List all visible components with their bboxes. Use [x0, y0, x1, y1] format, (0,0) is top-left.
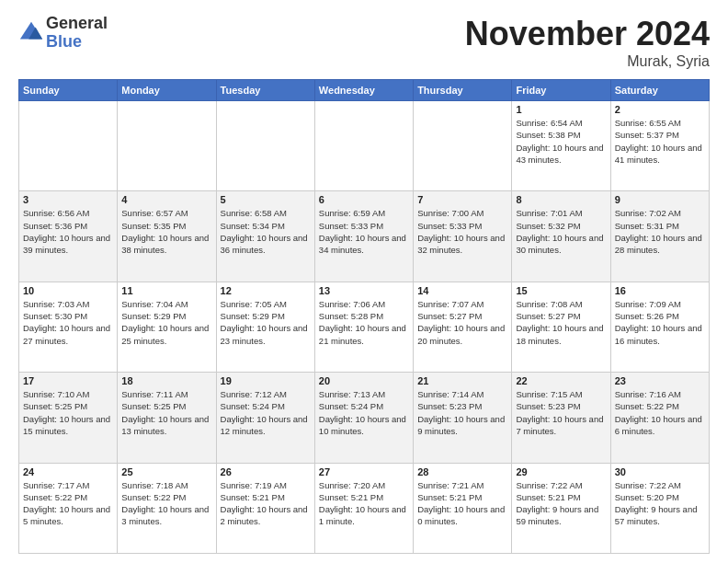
- day-cell: 11Sunrise: 7:04 AM Sunset: 5:29 PM Dayli…: [118, 282, 216, 372]
- day-header-row: SundayMondayTuesdayWednesdayThursdayFrid…: [19, 80, 710, 101]
- day-info: Sunrise: 7:22 AM Sunset: 5:20 PM Dayligh…: [615, 479, 705, 528]
- week-row-4: 17Sunrise: 7:10 AM Sunset: 5:25 PM Dayli…: [19, 373, 710, 463]
- day-number: 30: [615, 466, 705, 477]
- day-cell: 18Sunrise: 7:11 AM Sunset: 5:25 PM Dayli…: [118, 373, 216, 463]
- header: General Blue November 2024 Murak, Syria: [18, 15, 710, 70]
- day-number: 11: [121, 285, 211, 296]
- day-number: 13: [319, 285, 409, 296]
- day-cell: 9Sunrise: 7:02 AM Sunset: 5:31 PM Daylig…: [610, 191, 709, 282]
- week-row-2: 3Sunrise: 6:56 AM Sunset: 5:36 PM Daylig…: [19, 191, 710, 282]
- day-number: 17: [23, 375, 113, 386]
- day-info: Sunrise: 7:18 AM Sunset: 5:22 PM Dayligh…: [121, 479, 211, 528]
- day-info: Sunrise: 6:54 AM Sunset: 5:38 PM Dayligh…: [516, 117, 606, 166]
- day-number: 7: [417, 194, 507, 205]
- day-number: 18: [121, 375, 211, 386]
- day-number: 6: [319, 194, 409, 205]
- logo-blue: Blue: [46, 33, 108, 52]
- day-number: 5: [221, 194, 311, 205]
- day-number: 16: [615, 285, 705, 296]
- day-info: Sunrise: 7:20 AM Sunset: 5:21 PM Dayligh…: [319, 479, 409, 528]
- day-number: 28: [417, 466, 507, 477]
- day-number: 1: [516, 104, 606, 115]
- day-cell: [19, 101, 118, 191]
- day-number: 23: [615, 375, 705, 386]
- day-info: Sunrise: 7:07 AM Sunset: 5:27 PM Dayligh…: [417, 298, 507, 347]
- day-number: 3: [23, 194, 113, 205]
- day-info: Sunrise: 7:09 AM Sunset: 5:26 PM Dayligh…: [615, 298, 705, 347]
- day-cell: 4Sunrise: 6:57 AM Sunset: 5:35 PM Daylig…: [118, 191, 216, 282]
- day-number: 15: [516, 285, 606, 296]
- day-header-monday: Monday: [118, 80, 216, 101]
- day-info: Sunrise: 7:02 AM Sunset: 5:31 PM Dayligh…: [615, 207, 705, 256]
- page: General Blue November 2024 Murak, Syria …: [0, 0, 728, 563]
- day-number: 27: [319, 466, 409, 477]
- day-cell: 17Sunrise: 7:10 AM Sunset: 5:25 PM Dayli…: [19, 373, 118, 463]
- day-info: Sunrise: 7:08 AM Sunset: 5:27 PM Dayligh…: [516, 298, 606, 347]
- day-cell: 23Sunrise: 7:16 AM Sunset: 5:22 PM Dayli…: [610, 373, 709, 463]
- week-row-5: 24Sunrise: 7:17 AM Sunset: 5:22 PM Dayli…: [19, 463, 710, 553]
- day-number: 22: [516, 375, 606, 386]
- day-cell: 6Sunrise: 6:59 AM Sunset: 5:33 PM Daylig…: [314, 191, 413, 282]
- day-info: Sunrise: 7:04 AM Sunset: 5:29 PM Dayligh…: [121, 298, 211, 347]
- day-cell: [414, 101, 512, 191]
- day-info: Sunrise: 7:01 AM Sunset: 5:32 PM Dayligh…: [516, 207, 606, 256]
- day-cell: 20Sunrise: 7:13 AM Sunset: 5:24 PM Dayli…: [314, 373, 413, 463]
- day-cell: 14Sunrise: 7:07 AM Sunset: 5:27 PM Dayli…: [414, 282, 512, 372]
- day-cell: 22Sunrise: 7:15 AM Sunset: 5:23 PM Dayli…: [512, 373, 610, 463]
- logo-general: General: [46, 15, 108, 33]
- day-number: 12: [221, 285, 311, 296]
- day-cell: 10Sunrise: 7:03 AM Sunset: 5:30 PM Dayli…: [19, 282, 118, 372]
- day-number: 4: [121, 194, 211, 205]
- day-number: 8: [516, 194, 606, 205]
- logo: General Blue: [18, 15, 108, 52]
- day-cell: 3Sunrise: 6:56 AM Sunset: 5:36 PM Daylig…: [19, 191, 118, 282]
- day-info: Sunrise: 6:57 AM Sunset: 5:35 PM Dayligh…: [121, 207, 211, 256]
- day-info: Sunrise: 7:14 AM Sunset: 5:23 PM Dayligh…: [417, 388, 507, 437]
- day-number: 10: [23, 285, 113, 296]
- day-info: Sunrise: 7:17 AM Sunset: 5:22 PM Dayligh…: [23, 479, 113, 528]
- day-info: Sunrise: 7:10 AM Sunset: 5:25 PM Dayligh…: [23, 388, 113, 437]
- logo-text: General Blue: [46, 15, 108, 52]
- day-cell: 13Sunrise: 7:06 AM Sunset: 5:28 PM Dayli…: [314, 282, 413, 372]
- calendar: SundayMondayTuesdayWednesdayThursdayFrid…: [18, 79, 710, 554]
- day-cell: 16Sunrise: 7:09 AM Sunset: 5:26 PM Dayli…: [610, 282, 709, 372]
- week-row-1: 1Sunrise: 6:54 AM Sunset: 5:38 PM Daylig…: [19, 101, 710, 191]
- day-number: 14: [417, 285, 507, 296]
- day-number: 21: [417, 375, 507, 386]
- day-header-thursday: Thursday: [414, 80, 512, 101]
- day-info: Sunrise: 7:16 AM Sunset: 5:22 PM Dayligh…: [615, 388, 705, 437]
- day-info: Sunrise: 7:12 AM Sunset: 5:24 PM Dayligh…: [221, 388, 311, 437]
- day-number: 25: [121, 466, 211, 477]
- day-info: Sunrise: 6:59 AM Sunset: 5:33 PM Dayligh…: [319, 207, 409, 256]
- day-number: 20: [319, 375, 409, 386]
- day-cell: 28Sunrise: 7:21 AM Sunset: 5:21 PM Dayli…: [414, 463, 512, 553]
- day-cell: 29Sunrise: 7:22 AM Sunset: 5:21 PM Dayli…: [512, 463, 610, 553]
- day-cell: 21Sunrise: 7:14 AM Sunset: 5:23 PM Dayli…: [414, 373, 512, 463]
- calendar-table: SundayMondayTuesdayWednesdayThursdayFrid…: [18, 79, 710, 554]
- day-info: Sunrise: 7:05 AM Sunset: 5:29 PM Dayligh…: [221, 298, 311, 347]
- day-number: 24: [23, 466, 113, 477]
- day-cell: 2Sunrise: 6:55 AM Sunset: 5:37 PM Daylig…: [610, 101, 709, 191]
- day-header-tuesday: Tuesday: [216, 80, 314, 101]
- month-title: November 2024: [465, 15, 710, 53]
- day-cell: 30Sunrise: 7:22 AM Sunset: 5:20 PM Dayli…: [610, 463, 709, 553]
- day-cell: 19Sunrise: 7:12 AM Sunset: 5:24 PM Dayli…: [216, 373, 314, 463]
- day-header-sunday: Sunday: [19, 80, 118, 101]
- day-cell: 12Sunrise: 7:05 AM Sunset: 5:29 PM Dayli…: [216, 282, 314, 372]
- day-info: Sunrise: 7:03 AM Sunset: 5:30 PM Dayligh…: [23, 298, 113, 347]
- day-cell: 15Sunrise: 7:08 AM Sunset: 5:27 PM Dayli…: [512, 282, 610, 372]
- day-number: 29: [516, 466, 606, 477]
- day-info: Sunrise: 6:56 AM Sunset: 5:36 PM Dayligh…: [23, 207, 113, 256]
- day-header-wednesday: Wednesday: [314, 80, 413, 101]
- title-block: November 2024 Murak, Syria: [465, 15, 710, 70]
- logo-icon: [18, 20, 44, 46]
- day-info: Sunrise: 6:58 AM Sunset: 5:34 PM Dayligh…: [221, 207, 311, 256]
- location: Murak, Syria: [465, 53, 710, 70]
- day-info: Sunrise: 7:21 AM Sunset: 5:21 PM Dayligh…: [417, 479, 507, 528]
- day-number: 2: [615, 104, 705, 115]
- day-cell: [314, 101, 413, 191]
- day-info: Sunrise: 7:15 AM Sunset: 5:23 PM Dayligh…: [516, 388, 606, 437]
- day-cell: 25Sunrise: 7:18 AM Sunset: 5:22 PM Dayli…: [118, 463, 216, 553]
- day-header-friday: Friday: [512, 80, 610, 101]
- day-cell: 24Sunrise: 7:17 AM Sunset: 5:22 PM Dayli…: [19, 463, 118, 553]
